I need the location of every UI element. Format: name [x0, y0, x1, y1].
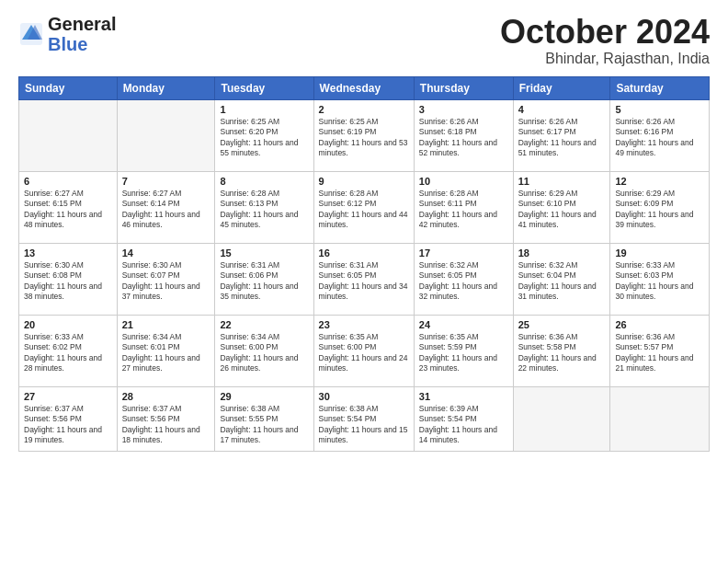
calendar-cell [513, 386, 610, 451]
day-number: 1 [220, 104, 308, 115]
calendar-cell: 23Sunrise: 6:35 AM Sunset: 6:00 PM Dayli… [313, 315, 414, 386]
day-number: 18 [518, 247, 606, 259]
title-block: October 2024 Bhindar, Rajasthan, India [500, 14, 710, 67]
calendar-header-row: SundayMondayTuesdayWednesdayThursdayFrid… [19, 76, 710, 99]
day-number: 27 [24, 391, 112, 402]
calendar-table: SundayMondayTuesdayWednesdayThursdayFrid… [18, 76, 710, 452]
month-title: October 2024 [500, 14, 710, 51]
day-number: 30 [319, 391, 409, 402]
calendar-cell: 22Sunrise: 6:34 AM Sunset: 6:00 PM Dayli… [215, 315, 313, 386]
logo: General Blue [18, 14, 116, 54]
calendar-cell: 27Sunrise: 6:37 AM Sunset: 5:56 PM Dayli… [19, 386, 118, 451]
day-info: Sunrise: 6:29 AM Sunset: 6:10 PM Dayligh… [518, 189, 606, 231]
day-info: Sunrise: 6:31 AM Sunset: 6:06 PM Dayligh… [220, 260, 308, 303]
calendar-cell: 24Sunrise: 6:35 AM Sunset: 5:59 PM Dayli… [414, 315, 513, 386]
calendar-cell: 12Sunrise: 6:29 AM Sunset: 6:09 PM Dayli… [610, 171, 710, 243]
day-number: 26 [615, 319, 704, 330]
calendar-cell: 1Sunrise: 6:25 AM Sunset: 6:20 PM Daylig… [215, 99, 313, 171]
day-number: 17 [419, 247, 508, 259]
calendar-cell [19, 99, 118, 171]
calendar-cell: 25Sunrise: 6:36 AM Sunset: 5:58 PM Dayli… [513, 315, 610, 386]
day-info: Sunrise: 6:35 AM Sunset: 6:00 PM Dayligh… [319, 332, 409, 374]
day-number: 8 [220, 176, 308, 187]
day-number: 13 [24, 247, 112, 259]
day-info: Sunrise: 6:27 AM Sunset: 6:14 PM Dayligh… [122, 189, 210, 231]
day-number: 2 [319, 104, 409, 115]
day-number: 10 [419, 176, 508, 187]
header: General Blue October 2024 Bhindar, Rajas… [18, 14, 710, 67]
day-info: Sunrise: 6:32 AM Sunset: 6:05 PM Dayligh… [419, 260, 508, 303]
day-number: 11 [518, 176, 606, 187]
day-number: 5 [615, 104, 704, 115]
calendar-cell: 14Sunrise: 6:30 AM Sunset: 6:07 PM Dayli… [117, 243, 215, 315]
day-number: 24 [419, 319, 508, 330]
calendar-cell: 29Sunrise: 6:38 AM Sunset: 5:55 PM Dayli… [215, 386, 313, 451]
day-number: 4 [518, 104, 606, 115]
column-header-thursday: Thursday [414, 76, 513, 99]
column-header-tuesday: Tuesday [215, 76, 313, 99]
column-header-sunday: Sunday [19, 76, 118, 99]
calendar-cell: 10Sunrise: 6:28 AM Sunset: 6:11 PM Dayli… [414, 171, 513, 243]
day-info: Sunrise: 6:26 AM Sunset: 6:17 PM Dayligh… [518, 117, 606, 159]
column-header-friday: Friday [513, 76, 610, 99]
page: General Blue October 2024 Bhindar, Rajas… [0, 0, 728, 461]
calendar-cell: 9Sunrise: 6:28 AM Sunset: 6:12 PM Daylig… [313, 171, 414, 243]
day-info: Sunrise: 6:39 AM Sunset: 5:54 PM Dayligh… [419, 404, 508, 446]
day-info: Sunrise: 6:28 AM Sunset: 6:11 PM Dayligh… [419, 189, 508, 231]
calendar-cell: 2Sunrise: 6:25 AM Sunset: 6:19 PM Daylig… [313, 99, 414, 171]
day-info: Sunrise: 6:26 AM Sunset: 6:16 PM Dayligh… [615, 117, 704, 159]
day-info: Sunrise: 6:26 AM Sunset: 6:18 PM Dayligh… [419, 117, 508, 159]
day-info: Sunrise: 6:28 AM Sunset: 6:12 PM Dayligh… [319, 189, 409, 231]
day-info: Sunrise: 6:27 AM Sunset: 6:15 PM Dayligh… [24, 189, 112, 231]
calendar-cell: 21Sunrise: 6:34 AM Sunset: 6:01 PM Dayli… [117, 315, 215, 386]
day-number: 14 [122, 247, 210, 259]
day-info: Sunrise: 6:37 AM Sunset: 5:56 PM Dayligh… [24, 404, 112, 446]
day-number: 28 [122, 391, 210, 402]
day-info: Sunrise: 6:35 AM Sunset: 5:59 PM Dayligh… [419, 332, 508, 374]
calendar-cell: 11Sunrise: 6:29 AM Sunset: 6:10 PM Dayli… [513, 171, 610, 243]
calendar-cell: 17Sunrise: 6:32 AM Sunset: 6:05 PM Dayli… [414, 243, 513, 315]
day-info: Sunrise: 6:32 AM Sunset: 6:04 PM Dayligh… [518, 260, 606, 303]
day-number: 3 [419, 104, 508, 115]
column-header-monday: Monday [117, 76, 215, 99]
calendar-week-2: 6Sunrise: 6:27 AM Sunset: 6:15 PM Daylig… [19, 171, 710, 243]
calendar-cell: 18Sunrise: 6:32 AM Sunset: 6:04 PM Dayli… [513, 243, 610, 315]
calendar-cell: 16Sunrise: 6:31 AM Sunset: 6:05 PM Dayli… [313, 243, 414, 315]
calendar-cell: 19Sunrise: 6:33 AM Sunset: 6:03 PM Dayli… [610, 243, 710, 315]
calendar-week-4: 20Sunrise: 6:33 AM Sunset: 6:02 PM Dayli… [19, 315, 710, 386]
day-number: 22 [220, 319, 308, 330]
day-info: Sunrise: 6:29 AM Sunset: 6:09 PM Dayligh… [615, 189, 704, 231]
day-info: Sunrise: 6:34 AM Sunset: 6:00 PM Dayligh… [220, 332, 308, 374]
day-info: Sunrise: 6:38 AM Sunset: 5:55 PM Dayligh… [220, 404, 308, 446]
calendar-week-1: 1Sunrise: 6:25 AM Sunset: 6:20 PM Daylig… [19, 99, 710, 171]
day-number: 21 [122, 319, 210, 330]
calendar-cell: 31Sunrise: 6:39 AM Sunset: 5:54 PM Dayli… [414, 386, 513, 451]
day-number: 7 [122, 176, 210, 187]
calendar-cell: 20Sunrise: 6:33 AM Sunset: 6:02 PM Dayli… [19, 315, 118, 386]
calendar-cell [610, 386, 710, 451]
day-number: 16 [319, 247, 409, 259]
day-info: Sunrise: 6:36 AM Sunset: 5:57 PM Dayligh… [615, 332, 704, 374]
logo-icon [18, 21, 44, 47]
day-number: 15 [220, 247, 308, 259]
logo-text: General Blue [48, 14, 116, 54]
day-number: 29 [220, 391, 308, 402]
day-info: Sunrise: 6:34 AM Sunset: 6:01 PM Dayligh… [122, 332, 210, 374]
calendar-cell: 15Sunrise: 6:31 AM Sunset: 6:06 PM Dayli… [215, 243, 313, 315]
day-number: 31 [419, 391, 508, 402]
day-number: 9 [319, 176, 409, 187]
calendar-cell: 6Sunrise: 6:27 AM Sunset: 6:15 PM Daylig… [19, 171, 118, 243]
day-info: Sunrise: 6:28 AM Sunset: 6:13 PM Dayligh… [220, 189, 308, 231]
day-number: 25 [518, 319, 606, 330]
day-info: Sunrise: 6:25 AM Sunset: 6:19 PM Dayligh… [319, 117, 409, 159]
calendar-cell: 13Sunrise: 6:30 AM Sunset: 6:08 PM Dayli… [19, 243, 118, 315]
day-info: Sunrise: 6:38 AM Sunset: 5:54 PM Dayligh… [319, 404, 409, 446]
day-info: Sunrise: 6:36 AM Sunset: 5:58 PM Dayligh… [518, 332, 606, 374]
calendar-week-3: 13Sunrise: 6:30 AM Sunset: 6:08 PM Dayli… [19, 243, 710, 315]
day-info: Sunrise: 6:30 AM Sunset: 6:07 PM Dayligh… [122, 260, 210, 303]
day-info: Sunrise: 6:33 AM Sunset: 6:02 PM Dayligh… [24, 332, 112, 374]
day-number: 20 [24, 319, 112, 330]
calendar-cell: 4Sunrise: 6:26 AM Sunset: 6:17 PM Daylig… [513, 99, 610, 171]
calendar-cell [117, 99, 215, 171]
day-info: Sunrise: 6:25 AM Sunset: 6:20 PM Dayligh… [220, 117, 308, 159]
